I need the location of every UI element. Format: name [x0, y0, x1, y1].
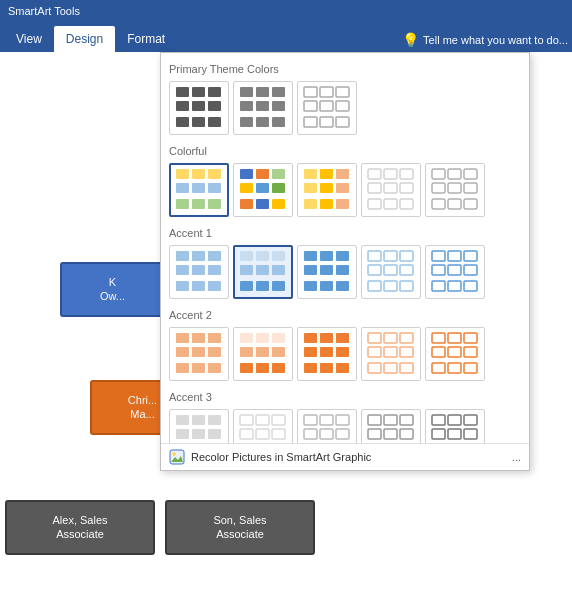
- svg-rect-163: [464, 265, 477, 275]
- color-option-accent1-4[interactable]: [361, 245, 421, 299]
- svg-rect-239: [368, 415, 381, 425]
- svg-rect-222: [256, 415, 269, 425]
- svg-rect-204: [448, 333, 461, 343]
- svg-rect-124: [208, 251, 221, 261]
- svg-rect-216: [192, 429, 205, 439]
- svg-rect-64: [272, 101, 285, 111]
- color-option-colorful-4[interactable]: [361, 163, 421, 217]
- svg-rect-182: [240, 363, 253, 373]
- svg-rect-67: [272, 117, 285, 127]
- svg-rect-73: [336, 101, 349, 111]
- svg-rect-109: [400, 183, 413, 193]
- section-label-accent3: Accent 3: [169, 387, 521, 409]
- svg-rect-120: [448, 199, 461, 209]
- svg-rect-193: [336, 363, 349, 373]
- color-option-accent2-5[interactable]: [425, 327, 485, 381]
- svg-rect-190: [336, 347, 349, 357]
- svg-rect-153: [384, 265, 397, 275]
- svg-rect-176: [240, 333, 253, 343]
- svg-rect-241: [400, 415, 413, 425]
- node-alex[interactable]: Alex, SalesAssociate: [5, 500, 155, 555]
- svg-rect-53: [176, 101, 189, 111]
- svg-rect-177: [256, 333, 269, 343]
- svg-rect-188: [304, 347, 317, 357]
- svg-rect-224: [240, 429, 253, 439]
- recolor-pictures-footer[interactable]: Recolor Pictures in SmartArt Graphic ...: [161, 443, 529, 470]
- svg-rect-88: [272, 169, 285, 179]
- svg-rect-55: [208, 101, 221, 111]
- color-option-accent1-3[interactable]: [297, 245, 357, 299]
- color-option-accent2-1[interactable]: [169, 327, 229, 381]
- svg-rect-249: [448, 415, 461, 425]
- color-option-colorful-1[interactable]: [169, 163, 229, 217]
- svg-rect-143: [304, 265, 317, 275]
- title-bar: SmartArt Tools: [0, 0, 572, 22]
- svg-rect-72: [320, 101, 333, 111]
- svg-rect-134: [240, 265, 253, 275]
- svg-rect-146: [304, 281, 317, 291]
- svg-rect-225: [256, 429, 269, 439]
- svg-rect-75: [320, 117, 333, 127]
- svg-rect-58: [208, 117, 221, 127]
- color-option-accent1-1[interactable]: [169, 245, 229, 299]
- svg-rect-94: [272, 199, 285, 209]
- svg-rect-179: [240, 347, 253, 357]
- svg-rect-104: [368, 169, 381, 179]
- node-son[interactable]: Son, SalesAssociate: [165, 500, 315, 555]
- tab-view[interactable]: View: [4, 26, 54, 52]
- color-option-accent3-4[interactable]: [361, 409, 421, 443]
- svg-rect-96: [320, 169, 333, 179]
- color-option-accent1-5[interactable]: [425, 245, 485, 299]
- svg-rect-69: [320, 87, 333, 97]
- svg-rect-60: [256, 87, 269, 97]
- dropdown-scroll-area[interactable]: Primary Theme Colors: [161, 53, 529, 443]
- svg-rect-79: [208, 169, 221, 179]
- tab-design[interactable]: Design: [54, 26, 115, 52]
- svg-rect-135: [256, 265, 269, 275]
- color-option-primary-3[interactable]: [297, 81, 357, 135]
- svg-rect-78: [192, 169, 205, 179]
- color-option-primary-1[interactable]: [169, 81, 229, 135]
- tell-me-box[interactable]: 💡 Tell me what you want to do...: [402, 32, 568, 52]
- svg-rect-123: [192, 251, 205, 261]
- color-option-colorful-5[interactable]: [425, 163, 485, 217]
- svg-rect-164: [432, 281, 445, 291]
- svg-rect-97: [336, 169, 349, 179]
- svg-rect-200: [368, 363, 381, 373]
- svg-rect-235: [336, 429, 349, 439]
- color-option-primary-2[interactable]: [233, 81, 293, 135]
- svg-rect-215: [176, 429, 189, 439]
- svg-rect-128: [176, 281, 189, 291]
- color-option-accent1-2[interactable]: [233, 245, 293, 299]
- color-option-colorful-2[interactable]: [233, 163, 293, 217]
- section-label-colorful: Colorful: [169, 141, 521, 163]
- color-option-accent3-2[interactable]: [233, 409, 293, 443]
- svg-rect-71: [304, 101, 317, 111]
- svg-rect-56: [176, 117, 189, 127]
- svg-rect-115: [464, 169, 477, 179]
- color-option-accent3-1[interactable]: [169, 409, 229, 443]
- svg-rect-186: [320, 333, 333, 343]
- svg-rect-98: [304, 183, 317, 193]
- color-option-accent2-2[interactable]: [233, 327, 293, 381]
- svg-rect-173: [176, 363, 189, 373]
- svg-rect-156: [384, 281, 397, 291]
- svg-rect-242: [368, 429, 381, 439]
- svg-rect-252: [448, 429, 461, 439]
- color-option-accent2-4[interactable]: [361, 327, 421, 381]
- color-option-accent2-3[interactable]: [297, 327, 357, 381]
- svg-rect-181: [272, 347, 285, 357]
- svg-rect-151: [400, 251, 413, 261]
- svg-rect-150: [384, 251, 397, 261]
- svg-rect-91: [272, 183, 285, 193]
- color-option-colorful-3[interactable]: [297, 163, 357, 217]
- svg-rect-137: [240, 281, 253, 291]
- color-option-accent3-3[interactable]: [297, 409, 357, 443]
- tab-format[interactable]: Format: [115, 26, 177, 52]
- color-option-accent3-5[interactable]: [425, 409, 485, 443]
- svg-rect-139: [272, 281, 285, 291]
- tell-me-text: Tell me what you want to do...: [423, 34, 568, 46]
- svg-rect-90: [256, 183, 269, 193]
- node-k[interactable]: KOw...: [60, 262, 165, 317]
- svg-rect-132: [256, 251, 269, 261]
